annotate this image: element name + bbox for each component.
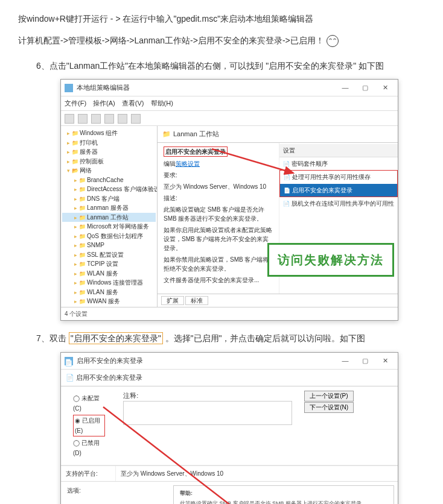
tree-node[interactable]: SSL 配置设置 — [62, 250, 156, 260]
tree-node[interactable]: QoS 数据包计划程序 — [62, 232, 156, 241]
close-button[interactable]: ✕ — [376, 355, 394, 367]
intro-line-1: 按window+R键打开运行 - > 在运行中输入"gpedit.msc"来启动… — [18, 12, 425, 27]
gpedit-window: 本地组策略编辑器 — ▢ ✕ 文件(F) 操作(A) 查看(V) 帮助(H) W… — [60, 79, 398, 321]
minimize-button[interactable]: — — [336, 355, 354, 367]
requirement-text: 至少为 Windows Server、Windows 10 — [164, 182, 273, 191]
toolbar-up-icon[interactable] — [91, 114, 101, 124]
maximize-button[interactable]: ▢ — [356, 355, 374, 367]
radio-not-configured[interactable]: ◯ 未配置(C) — [73, 393, 105, 414]
tab-standard[interactable]: 标准 — [185, 296, 208, 305]
annotation-callout: 访问失败解决方法 — [267, 243, 394, 277]
setting-item[interactable]: 密码套件顺序 — [279, 157, 398, 170]
radio-enabled[interactable]: ◉ 已启用(E) — [73, 415, 105, 436]
setting-item[interactable]: 脱机文件在连续可用性共享中的可用性 — [279, 197, 398, 210]
help-text: 此策略设置确定 SMB 客户端是否允许 SMB 服务器上进行不安全的来宾登录。 — [180, 500, 387, 504]
menu-action[interactable]: 操作(A) — [93, 99, 115, 107]
tree-node[interactable]: 后台智能传送服务(BITS) — [62, 306, 156, 307]
dialog-app-icon: 📄 — [65, 357, 73, 365]
step-7-text: 7、双击 "启用不安全的来宾登录" 。选择"已启用"，并点击确定后就可以访问啦。… — [36, 332, 425, 346]
setting-title-highlight: 启用不安全的来宾登录 — [164, 146, 228, 157]
menu-help[interactable]: 帮助(H) — [151, 99, 173, 107]
column-header-setting[interactable]: 设置 — [279, 144, 398, 157]
tree-node[interactable]: 控制面板 — [62, 157, 156, 166]
description-text-4: 文件服务器使用不安全的来宾登录... — [164, 276, 273, 285]
minimize-button[interactable]: — — [336, 82, 354, 93]
tree-node[interactable]: Lanman 服务器 — [62, 203, 156, 213]
tree-node[interactable]: 网络 — [62, 166, 156, 175]
dialog-subtitle: 启用不安全的来宾登录 — [61, 370, 398, 386]
nav-tree[interactable]: Windows 组件打印机服务器控制面板网络BranchCacheDirectA… — [61, 126, 158, 307]
menu-view[interactable]: 查看(V) — [122, 99, 144, 107]
toolbar — [61, 111, 398, 127]
gpedit-app-icon — [65, 84, 73, 92]
notes-textarea[interactable] — [123, 401, 292, 425]
next-setting-button[interactable]: 下一个设置(N) — [304, 402, 354, 413]
smirk-emoji-icon — [327, 35, 339, 47]
setting-item[interactable]: 处理可用性共享的可用性缓存 — [280, 171, 397, 183]
edit-policy-link[interactable]: 策略设置 — [176, 160, 200, 167]
description-text-2: 如果你启用此策略设置或者未配置此策略设置，SMB 客户端将允许不安全的来宾登录。 — [164, 225, 273, 253]
tree-node[interactable]: Microsoft 对等网络服务 — [62, 222, 156, 232]
tree-node[interactable]: WWAN 服务 — [62, 297, 156, 306]
options-label: 选项: — [61, 482, 170, 504]
radio-disabled[interactable]: ◯ 已禁用(D) — [73, 438, 105, 458]
pane-title: Lanman 工作站 — [173, 128, 219, 140]
folder-icon: 📁 — [162, 128, 171, 140]
tree-node[interactable]: DNS 客户端 — [62, 194, 156, 204]
tree-node[interactable]: Windows 连接管理器 — [62, 278, 156, 288]
tree-node[interactable]: 服务器 — [62, 147, 156, 157]
intro-line-2: 计算机配置->管理模板->网络->Lanman工作站->启用不安全的来宾登录->… — [18, 34, 425, 48]
step-6-text: 6、点击"Lanman工作站"在本地策略编辑器的右侧，可以找到 "启用不安全的来… — [36, 59, 425, 74]
dialog-title: 启用不安全的来宾登录 — [77, 355, 336, 367]
status-bar: 4 个设置 — [61, 307, 398, 320]
tree-node[interactable]: SNMP — [62, 241, 156, 250]
tree-node[interactable]: Windows 组件 — [62, 128, 156, 138]
policy-dialog: 📄 启用不安全的来宾登录 — ▢ ✕ 启用不安全的来宾登录 ◯ 未配置(C) ◉… — [60, 352, 398, 504]
toolbar-refresh-icon[interactable] — [104, 114, 114, 124]
tree-node[interactable]: WLAN 服务 — [62, 269, 156, 279]
tree-node[interactable]: BranchCache — [62, 175, 156, 185]
toolbar-help-icon[interactable] — [118, 114, 127, 124]
setting-item-selected[interactable]: 启用不安全的来宾登录 — [280, 184, 397, 197]
toolbar-forward-icon[interactable] — [78, 114, 88, 124]
notes-label: 注释: — [123, 390, 292, 402]
tab-extended[interactable]: 扩展 — [161, 296, 184, 305]
maximize-button[interactable]: ▢ — [356, 82, 374, 93]
tree-node[interactable]: WLAN 服务 — [62, 288, 156, 297]
toolbar-filter-icon[interactable] — [131, 114, 141, 124]
requirement-label: 要求: — [164, 171, 273, 180]
tree-node[interactable]: 打印机 — [62, 138, 156, 148]
tree-node[interactable]: Lanman 工作站 — [62, 213, 156, 222]
prev-setting-button[interactable]: 上一个设置(P) — [304, 391, 353, 402]
close-button[interactable]: ✕ — [376, 82, 394, 93]
toolbar-back-icon[interactable] — [65, 114, 74, 124]
tree-node[interactable]: TCPIP 设置 — [62, 259, 156, 269]
help-label: 帮助: — [180, 490, 387, 498]
supported-label: 支持的平台: — [61, 466, 115, 481]
window-title: 本地组策略编辑器 — [77, 82, 336, 93]
description-text: 此策略设置确定 SMB 客户端是否允许 SMB 服务器进行不安全的来宾登录。 — [164, 205, 273, 223]
description-text-3: 如果你禁用此策略设置，SMB 客户端将拒绝不安全的来宾登录。 — [164, 255, 273, 273]
supported-text: 至少为 Windows Server、Windows 10 — [115, 466, 398, 481]
tree-node[interactable]: DirectAccess 客户端体验设 — [62, 184, 156, 194]
menu-file[interactable]: 文件(F) — [65, 99, 86, 107]
menubar: 文件(F) 操作(A) 查看(V) 帮助(H) — [61, 96, 398, 111]
description-label: 描述: — [164, 194, 273, 203]
